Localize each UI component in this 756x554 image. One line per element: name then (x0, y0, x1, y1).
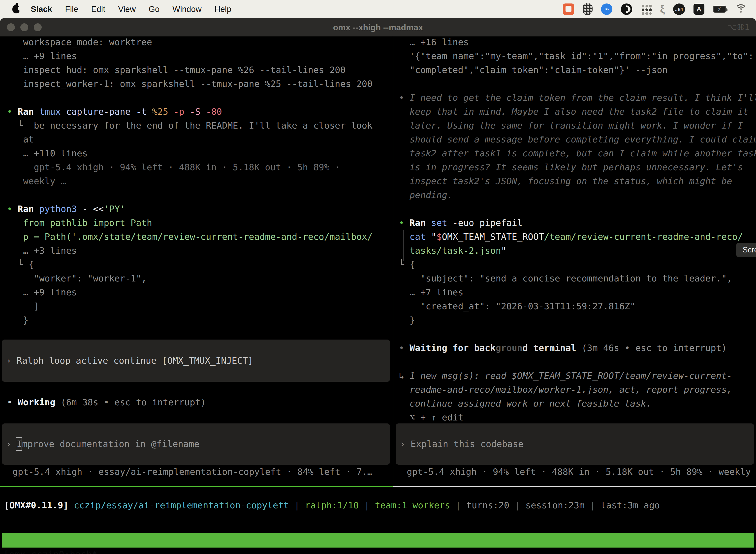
tmux-pane-divider[interactable] (393, 37, 393, 486)
omx-hud-status: [OMX#0.11.9] cczip/essay/ai-reimplementa… (4, 498, 660, 512)
terminal-text-segment: tasks/task-2.json (399, 245, 501, 256)
terminal-content: workspace_mode: worktree … +9 lines insp… (0, 18, 756, 554)
tmux-session-window[interactable]: [omx-cczip0:bash* (3, 548, 98, 554)
left-input-placeholder: mprove documentation in @filename (22, 439, 199, 449)
menu-item-edit[interactable]: Edit (91, 4, 105, 14)
terminal-line: at (0, 132, 392, 147)
left-input-prompt: › (6, 439, 17, 449)
battery-charging-icon[interactable] (713, 6, 726, 13)
terminal-line: • Ran set -euo pipefail (395, 216, 756, 230)
menu-item-go[interactable]: Go (148, 4, 160, 14)
terminal-text-segment: Ran (18, 107, 39, 117)
terminal-text-segment: • (399, 93, 410, 103)
hud-segment: last:3m ago (601, 500, 660, 510)
terminal-text-segment: weekly … (7, 176, 66, 186)
terminal-text-segment: ⌥ + ↑ edit (399, 412, 463, 423)
terminal-line (395, 77, 756, 91)
screen-recording-icon[interactable] (563, 3, 574, 15)
screen-share-popover[interactable]: Scre (736, 243, 756, 257)
app-grid-icon[interactable] (641, 4, 651, 15)
apple-menu-icon[interactable] (12, 5, 20, 13)
menu-item-help[interactable]: Help (214, 4, 232, 14)
squiggle-app-icon[interactable]: ξ (660, 3, 665, 15)
banner-text: Ralph loop active continue [OMX_TMUX_INJ… (17, 355, 253, 366)
terminal-text-segment: … +16 lines (399, 37, 469, 47)
terminal-text-segment: inspect_worker-1: omx sparkshell --tmux-… (7, 79, 373, 89)
terminal-text-segment: groun (496, 343, 522, 353)
terminal-text-segment: continue assigned work or next feasible … (399, 398, 651, 408)
terminal-line: gpt-5.4 xhigh · 94% left · 488K in · 5.1… (0, 160, 392, 174)
hud-segment: | (289, 500, 305, 510)
terminal-text-segment: workspace_mode: worktree (7, 37, 152, 47)
terminal-line: └ { (0, 258, 392, 272)
terminal-text-segment: … +9 lines (7, 51, 77, 61)
terminal-line: } (395, 313, 756, 327)
sync-app-icon[interactable] (601, 3, 612, 15)
terminal-text-segment: later. Using the same for transition mig… (399, 120, 743, 130)
right-model-status: gpt-5.4 xhigh · 94% left · 488K in · 5.1… (407, 465, 756, 479)
terminal-line: inspect_worker-1: omx sparkshell --tmux-… (0, 77, 392, 91)
terminal-text-segment: • (399, 343, 410, 353)
terminal-text-segment: … +110 lines (7, 148, 87, 158)
terminal-line: later. Using the same for transition mig… (395, 119, 756, 132)
terminal-line (395, 327, 756, 341)
menu-item-window[interactable]: Window (172, 4, 201, 14)
terminal-text-segment: - << (82, 204, 104, 214)
left-prompt-input[interactable]: › Improve documentation in @filename (2, 424, 390, 465)
terminal-text-segment: I need to get the claim token from the c… (410, 93, 756, 103)
hud-segment: | (509, 500, 525, 510)
hud-segment: | (450, 500, 466, 510)
ralph-loop-banner: › Ralph loop active continue [OMX_TMUX_I… (2, 340, 390, 382)
usage-badge-icon[interactable]: ..61 (673, 3, 685, 15)
menu-app-name[interactable]: Slack (31, 4, 52, 14)
terminal-line: from pathlib import Path (0, 216, 392, 230)
wifi-icon[interactable] (735, 4, 747, 14)
hud-segment: team:1 workers (375, 500, 450, 510)
menu-item-view[interactable]: View (118, 4, 136, 14)
text-cursor (16, 437, 22, 451)
terminal-line: … +9 lines (0, 49, 392, 63)
hud-segment: cczip/essay/ai-reimplementation-copyleft (74, 500, 289, 510)
terminal-line: } (0, 313, 392, 327)
terminal-text-segment: %25 (152, 107, 174, 117)
menu-items: FileEditViewGoWindowHelp (65, 4, 244, 14)
terminal-text-segment: /team/review-current-readme-and-reco/ (544, 232, 743, 242)
terminal-text-segment: p = Path('.omx/state/team/review-current… (7, 232, 373, 242)
keyboard-layout-icon[interactable]: A (693, 4, 704, 15)
terminal-line: should send a message before completing … (395, 132, 756, 147)
hud-segment: turns:20 (466, 500, 509, 510)
terminal-line: … +7 lines (395, 285, 756, 299)
terminal-text-segment: "worker": "worker-1", (7, 273, 147, 283)
terminal-text-segment: -t (136, 107, 152, 117)
terminal-line: inspect task2's JSON, focusing on the st… (395, 174, 756, 188)
terminal-line: weekly … (0, 174, 392, 188)
terminal-line: cat "$OMX_TEAM_STATE_ROOT/team/review-cu… (395, 230, 756, 244)
terminal-line: … +16 lines (395, 35, 756, 49)
terminal-text-segment: └ be necessary for the end of the README… (7, 120, 373, 130)
terminal-text-segment: gpt-5.4 xhigh · 94% left · 488K in · 5.1… (7, 162, 340, 172)
right-pane-bottom-border (393, 486, 756, 487)
terminal-line: continue assigned work or next feasible … (395, 397, 756, 410)
menu-item-file[interactable]: File (65, 4, 78, 14)
terminal-text-segment: inspect_hud: omx sparkshell --tmux-pane … (7, 65, 345, 75)
terminal-text-segment: " (501, 245, 506, 256)
terminal-line: task2 after task1 is complete, but can I… (395, 147, 756, 160)
terminal-text-segment: … +9 lines (7, 287, 77, 297)
terminal-text-segment: • (399, 218, 410, 228)
terminal-text-segment: • (7, 107, 18, 117)
terminal-line: ⌥ + ↑ edit (395, 410, 756, 425)
right-prompt-input[interactable]: › Explain this codebase (396, 424, 754, 465)
privacy-shield-icon[interactable] (583, 3, 592, 15)
terminal-text-segment: set (431, 218, 453, 228)
terminal-line: • Ran python3 - <<'PY' (0, 202, 392, 216)
terminal-line: p = Path('.omx/state/team/review-current… (0, 230, 392, 244)
terminal-line: … +3 lines (0, 244, 392, 258)
terminal-text-segment: -S (190, 107, 206, 117)
terminal-text-segment: } (399, 315, 415, 325)
terminal-line: └ be necessary for the end of the README… (0, 119, 392, 132)
terminal-text-segment: readme-and-reco/mailbox/worker-1.json, a… (399, 384, 732, 395)
kaleidoscope-app-icon[interactable] (621, 3, 632, 15)
terminal-line: "completed","claim_token":"claim-token"}… (395, 63, 756, 77)
terminal-text-segment: • (7, 204, 18, 214)
macos-menu-bar: Slack FileEditViewGoWindowHelp ξ ..61 A (0, 0, 756, 18)
